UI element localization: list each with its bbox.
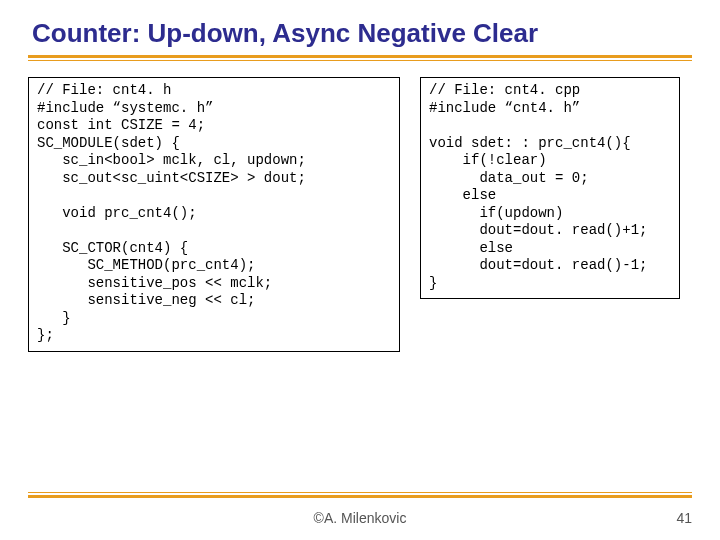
slide: Counter: Up-down, Async Negative Clear /…: [0, 0, 720, 540]
underline-thick: [28, 55, 692, 58]
footer-thick: [28, 492, 692, 493]
code-box-header: // File: cnt4. h #include “systemc. h” c…: [28, 77, 400, 352]
footer-author: ©A. Milenkovic: [0, 510, 720, 526]
slide-title: Counter: Up-down, Async Negative Clear: [28, 18, 692, 49]
footer-page-number: 41: [676, 510, 692, 526]
footer-underline: [28, 492, 692, 498]
title-underline: [28, 55, 692, 61]
content-row: // File: cnt4. h #include “systemc. h” c…: [28, 77, 692, 352]
code-box-cpp: // File: cnt4. cpp #include “cnt4. h” vo…: [420, 77, 680, 299]
underline-thin: [28, 60, 692, 61]
footer-thin: [28, 495, 692, 498]
